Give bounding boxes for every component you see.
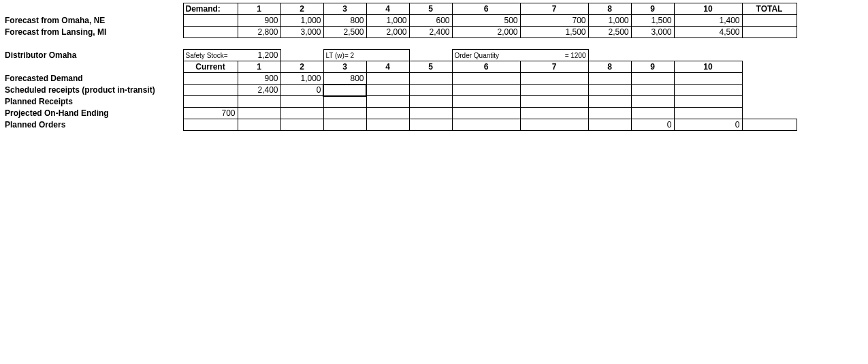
cell[interactable]	[183, 85, 238, 96]
cell[interactable]: 3,000	[280, 27, 323, 38]
cell[interactable]	[452, 85, 520, 96]
cell[interactable]	[674, 85, 742, 96]
order-qty-value[interactable]: = 1200	[520, 50, 588, 61]
cell[interactable]	[452, 108, 520, 119]
cell[interactable]	[366, 96, 409, 108]
period-header: 6	[452, 3, 520, 15]
cell[interactable]	[588, 119, 631, 131]
cell[interactable]: 800	[323, 73, 366, 85]
cell[interactable]	[280, 119, 323, 131]
cell[interactable]: 2,400	[409, 27, 452, 38]
cell[interactable]: 3,000	[631, 27, 674, 38]
cell[interactable]	[674, 73, 742, 85]
selected-cell[interactable]	[323, 85, 366, 96]
cell[interactable]	[588, 73, 631, 85]
cell[interactable]	[520, 96, 588, 108]
cell[interactable]	[452, 119, 520, 131]
cell[interactable]	[238, 108, 280, 119]
period-header: 8	[588, 61, 631, 73]
period-header: 9	[631, 3, 674, 15]
cell[interactable]: 0	[631, 119, 674, 131]
period-header: 5	[409, 61, 452, 73]
cell[interactable]	[631, 108, 674, 119]
cell[interactable]	[366, 85, 409, 96]
table-row: Forecast from Omaha, NE 900 1,000 800 1,…	[3, 15, 797, 27]
cell[interactable]	[631, 85, 674, 96]
period-header: 9	[631, 61, 674, 73]
cell[interactable]: 1,400	[674, 15, 742, 27]
info-row: Distributor Omaha Safety Stock= 1,200 LT…	[3, 50, 797, 61]
cell[interactable]: 0	[674, 119, 742, 131]
cell[interactable]	[409, 108, 452, 119]
cell[interactable]: 1,000	[366, 15, 409, 27]
cell[interactable]	[588, 85, 631, 96]
period-header: 5	[409, 3, 452, 15]
cell[interactable]	[366, 108, 409, 119]
cell[interactable]	[323, 119, 366, 131]
cell[interactable]: 1,500	[631, 15, 674, 27]
cell[interactable]: 1,000	[588, 15, 631, 27]
period-header: 8	[588, 3, 631, 15]
cell[interactable]: 800	[323, 15, 366, 27]
cell[interactable]	[323, 96, 366, 108]
cell[interactable]	[631, 96, 674, 108]
cell[interactable]	[409, 85, 452, 96]
current-header: Current	[183, 61, 238, 73]
spreadsheet-table[interactable]: Demand: 1 2 3 4 5 6 7 8 9 10 TOTAL Forec…	[3, 3, 797, 131]
cell-total[interactable]	[742, 15, 797, 27]
period-header: 4	[366, 3, 409, 15]
cell[interactable]: 500	[452, 15, 520, 27]
cell[interactable]: 2,400	[238, 85, 280, 96]
safety-stock-label: Safety Stock=	[183, 50, 238, 61]
cell[interactable]: 2,800	[238, 27, 280, 38]
safety-stock-value[interactable]: 1,200	[238, 50, 280, 61]
row-label: Planned Receipts	[3, 96, 183, 108]
cell[interactable]	[366, 73, 409, 85]
cell[interactable]: 1,000	[280, 73, 323, 85]
cell[interactable]	[183, 73, 238, 85]
cell[interactable]	[520, 85, 588, 96]
section-title: Distributor Omaha	[3, 50, 183, 61]
cell[interactable]: 900	[238, 73, 280, 85]
row-label: Forecast from Lansing, MI	[3, 27, 183, 38]
cell[interactable]	[183, 96, 238, 108]
cell[interactable]: 2,500	[323, 27, 366, 38]
cell[interactable]	[323, 108, 366, 119]
cell[interactable]: 2,500	[588, 27, 631, 38]
cell[interactable]: 700	[183, 108, 238, 119]
cell-total[interactable]	[742, 27, 797, 38]
cell[interactable]	[452, 96, 520, 108]
cell[interactable]	[183, 119, 238, 131]
cell[interactable]: 4,500	[674, 27, 742, 38]
cell[interactable]	[588, 108, 631, 119]
cell[interactable]	[409, 73, 452, 85]
cell-total[interactable]	[742, 119, 797, 131]
cell[interactable]	[409, 119, 452, 131]
cell[interactable]	[452, 73, 520, 85]
cell[interactable]: 1,500	[520, 27, 588, 38]
cell[interactable]	[280, 96, 323, 108]
cell[interactable]: 1,000	[280, 15, 323, 27]
row-label: Scheduled receipts (product in-transit)	[3, 85, 183, 96]
lead-time[interactable]: LT (w)= 2	[323, 50, 409, 61]
cell[interactable]	[631, 73, 674, 85]
cell[interactable]	[238, 96, 280, 108]
cell[interactable]	[520, 119, 588, 131]
cell[interactable]: 2,000	[366, 27, 409, 38]
cell[interactable]: 2,000	[452, 27, 520, 38]
table-row: Planned Orders 0 0	[3, 119, 797, 131]
cell[interactable]	[674, 108, 742, 119]
cell[interactable]	[520, 108, 588, 119]
cell[interactable]	[280, 108, 323, 119]
cell[interactable]	[674, 96, 742, 108]
cell[interactable]	[366, 119, 409, 131]
cell[interactable]	[520, 73, 588, 85]
cell[interactable]: 900	[238, 15, 280, 27]
cell[interactable]: 700	[520, 15, 588, 27]
cell[interactable]: 0	[280, 85, 323, 96]
cell[interactable]	[588, 96, 631, 108]
cell[interactable]: 600	[409, 15, 452, 27]
table-row: Planned Receipts	[3, 96, 797, 108]
cell[interactable]	[238, 119, 280, 131]
cell[interactable]	[409, 96, 452, 108]
